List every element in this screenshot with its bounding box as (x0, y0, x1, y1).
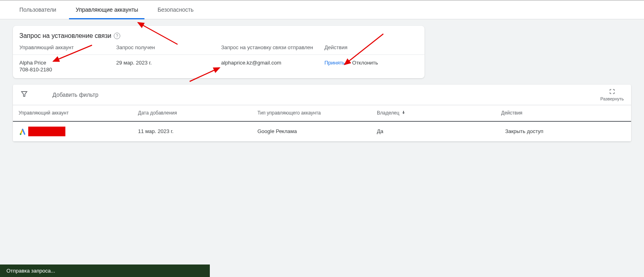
card-title-row: Запрос на установление связи ? (13, 26, 424, 43)
header-actions: Действия (324, 44, 347, 50)
google-ads-icon (19, 127, 27, 135)
card-header-row: Управляющий аккаунт Запрос получен Запро… (13, 43, 424, 54)
request-received-cell: 29 мар. 2023 г. (116, 60, 221, 73)
col-type[interactable]: Тип управляющего аккаунта (252, 105, 371, 121)
tab-managers[interactable]: Управляющие аккаунты (66, 0, 148, 19)
managers-list-card: Добавить фильтр Развернуть Управляющий а… (13, 85, 631, 142)
row-owner-cell: Да (371, 123, 496, 139)
status-toast: Отправка запроса... (0, 265, 210, 277)
card-data-row: Alpha Price 708-810-2180 29 мар. 2023 г.… (13, 54, 424, 78)
col-manager[interactable]: Управляющий аккаунт (13, 105, 132, 121)
redacted-account-name (28, 127, 65, 136)
header-received: Запрос получен (116, 44, 221, 50)
col-owner-label: Владелец (377, 110, 399, 116)
connection-request-card: Запрос на установление связи ? Управляющ… (13, 26, 424, 78)
expand-label: Развернуть (600, 96, 624, 101)
col-actions: Действия (496, 105, 631, 121)
row-type-cell: Google Реклама (252, 123, 371, 139)
managers-table: Управляющий аккаунт Дата добавления Тип … (13, 105, 631, 142)
filter-icon[interactable] (20, 90, 28, 99)
list-toolbar: Добавить фильтр Развернуть (13, 85, 631, 105)
accept-button[interactable]: Принять (324, 60, 345, 73)
request-actions-cell: Принять Отклонить (324, 60, 378, 73)
tab-users[interactable]: Пользователи (10, 0, 66, 19)
close-access-button[interactable]: Закрыть доступ (505, 128, 544, 134)
account-name: Alpha Price (19, 60, 116, 67)
table-row: 11 мар. 2023 г. Google Реклама Да Закрыт… (13, 122, 631, 142)
card-title: Запрос на установление связи (19, 32, 111, 40)
row-manager-cell (13, 122, 132, 141)
help-icon[interactable]: ? (114, 33, 120, 39)
decline-button[interactable]: Отклонить (352, 60, 378, 73)
add-filter-button[interactable]: Добавить фильтр (41, 92, 98, 98)
sort-down-icon (401, 110, 406, 116)
row-action-cell: Закрыть доступ (496, 123, 631, 139)
expand-icon (609, 88, 615, 96)
col-owner[interactable]: Владелец (371, 105, 496, 121)
account-id: 708-810-2180 (19, 67, 116, 73)
table-header: Управляющий аккаунт Дата добавления Тип … (13, 105, 631, 122)
expand-button[interactable]: Развернуть (600, 88, 624, 101)
svg-point-0 (20, 133, 21, 135)
main-content: Запрос на установление связи ? Управляющ… (0, 19, 644, 154)
tab-bar: Пользователи Управляющие аккаунты Безопа… (0, 0, 644, 19)
toolbar-left: Добавить фильтр (20, 90, 98, 99)
request-sent-cell: alphaprice.kz@gmail.com (221, 60, 324, 73)
manager-account-cell: Alpha Price 708-810-2180 (19, 60, 116, 73)
header-sent: Запрос на установку связи отправлен (221, 44, 324, 50)
col-date[interactable]: Дата добавления (132, 105, 252, 121)
header-manager: Управляющий аккаунт (19, 44, 116, 50)
tab-security[interactable]: Безопасность (148, 0, 203, 19)
row-date-cell: 11 мар. 2023 г. (132, 123, 252, 139)
